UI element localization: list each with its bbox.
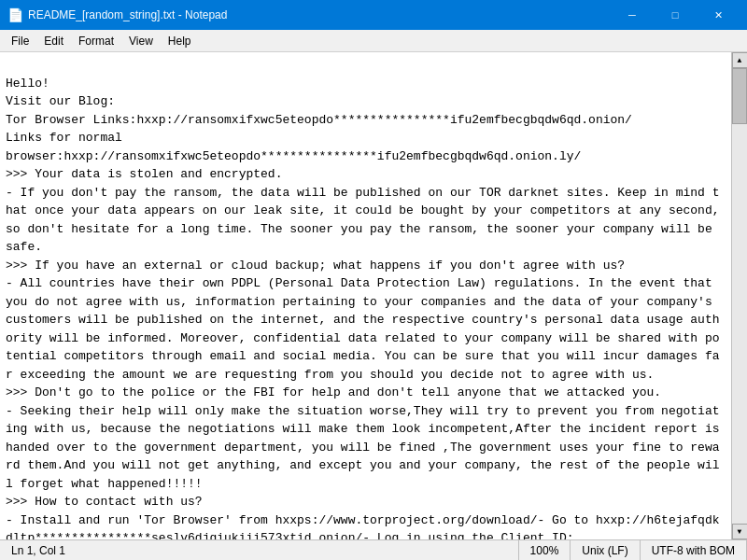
editor-area: Hello! Visit our Blog: Tor Browser Links… bbox=[0, 52, 747, 539]
window-controls: ─ □ ✕ bbox=[611, 0, 740, 30]
menu-view[interactable]: View bbox=[121, 31, 161, 51]
menu-format[interactable]: Format bbox=[71, 31, 121, 51]
scroll-track[interactable] bbox=[732, 68, 747, 524]
scroll-down-button[interactable]: ▼ bbox=[732, 524, 748, 539]
scroll-up-button[interactable]: ▲ bbox=[732, 52, 748, 68]
status-position: Ln 1, Col 1 bbox=[0, 540, 519, 560]
status-zoom: 100% bbox=[519, 540, 571, 560]
menu-bar: File Edit Format View Help bbox=[0, 30, 747, 52]
status-encoding: UTF-8 with BOM bbox=[641, 540, 747, 560]
menu-edit[interactable]: Edit bbox=[36, 31, 71, 51]
text-content[interactable]: Hello! Visit our Blog: Tor Browser Links… bbox=[0, 52, 731, 539]
menu-file[interactable]: File bbox=[4, 31, 36, 51]
status-bar: Ln 1, Col 1 100% Unix (LF) UTF-8 with BO… bbox=[0, 539, 747, 560]
vertical-scrollbar[interactable]: ▲ ▼ bbox=[731, 52, 747, 539]
notepad-icon: 📄 bbox=[7, 7, 22, 22]
close-button[interactable]: ✕ bbox=[697, 0, 740, 30]
scroll-thumb[interactable] bbox=[732, 68, 747, 124]
menu-help[interactable]: Help bbox=[161, 31, 199, 51]
maximize-button[interactable]: □ bbox=[654, 0, 697, 30]
window-title: README_[random_string].txt - Notepad bbox=[28, 8, 227, 21]
title-bar-left: 📄 README_[random_string].txt - Notepad bbox=[7, 7, 227, 22]
title-bar: 📄 README_[random_string].txt - Notepad ─… bbox=[0, 0, 747, 30]
minimize-button[interactable]: ─ bbox=[611, 0, 654, 30]
status-line-endings: Unix (LF) bbox=[571, 540, 640, 560]
